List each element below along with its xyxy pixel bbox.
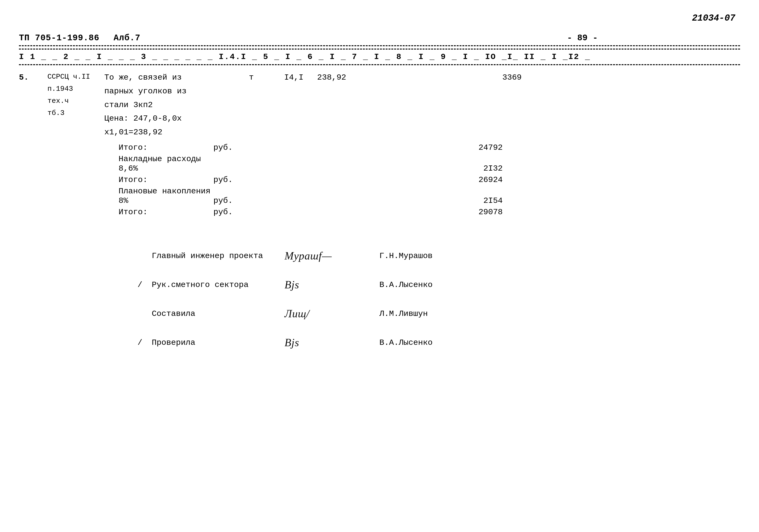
- row-label-itogo-3: Итого:: [19, 208, 214, 216]
- sig-name-1: В.А.Лысенко: [380, 277, 432, 293]
- row-label-nakladnye-pct: 8,6%: [19, 164, 214, 173]
- sub-rows: Итого: руб. 24792 Накладные расходы 8,6%…: [19, 143, 740, 216]
- signatures-section: Главный инженер проекта Мурашf— Г.Н.Мура…: [138, 245, 740, 354]
- sig-title-1: Рук.сметного сектора: [152, 277, 285, 293]
- row-unit-planovye: руб.: [214, 196, 247, 205]
- sig-row-0: Главный инженер проекта Мурашf— Г.Н.Мура…: [138, 245, 740, 267]
- sig-handwriting-1: Вjs: [285, 274, 375, 296]
- row-unit-2: руб.: [214, 175, 247, 184]
- sig-prefix-1: /: [138, 277, 152, 293]
- page-number: - 89 -: [567, 33, 598, 43]
- sig-handwriting-0: Мурашf—: [285, 245, 375, 267]
- price-col: 238,92: [303, 71, 351, 139]
- col-num-label: I 1 _ _ 2 _ _ I _ _ _ 3 _ _ _ _ _ _ I.4.…: [19, 52, 591, 61]
- sig-handwriting-2: Лищ/: [285, 303, 375, 324]
- row-total-1: 24792: [436, 143, 503, 152]
- row-nakladnye: Накладные расходы: [19, 155, 740, 164]
- alb-label: Алб.7: [114, 33, 140, 43]
- row-total-2: 26924: [436, 175, 503, 184]
- row-label-itogo-1: Итого:: [19, 143, 214, 152]
- sig-prefix-3: /: [138, 335, 152, 351]
- sig-name-2: Л.М.Лившун: [380, 306, 428, 322]
- column-numbers-row: I 1 _ _ 2 _ _ I _ _ _ 3 _ _ _ _ _ _ I.4.…: [19, 49, 740, 65]
- sig-title-2: Составила: [152, 306, 285, 322]
- sig-row-3: / Проверила Вjs В.А.Лысенко: [138, 332, 740, 354]
- content-area: 5. ССРСЦ ч.II п.1943 тех.ч тб.3 То же, с…: [19, 71, 740, 139]
- row-label-planovye: Плановые накопления: [19, 187, 214, 196]
- page: 21034-07 ТП 705-1-199.86 Алб.7 - 89 - I …: [0, 0, 759, 532]
- qty-col: I4,I: [265, 71, 303, 139]
- header-line: ТП 705-1-199.86 Алб.7 - 89 -: [19, 33, 740, 43]
- unit-col: т: [237, 71, 265, 139]
- sig-row-2: Составила Лищ/ Л.М.Лившун: [138, 303, 740, 324]
- row-nakladnye-2: 8,6% 2I32: [19, 164, 740, 173]
- row-label-itogo-2: Итого:: [19, 175, 214, 184]
- row-label-planovye-pct: 8%: [19, 196, 214, 205]
- document-number: 21034-07: [692, 13, 735, 23]
- row-total-planovye: 2I54: [436, 196, 503, 205]
- row-total-nakladnye: 2I32: [436, 164, 503, 173]
- description-col: То же, связей из парных уголков из стали…: [104, 71, 237, 139]
- sig-title-0: Главный инженер проекта: [152, 248, 285, 264]
- total-col: 3369: [455, 71, 522, 139]
- row-unit-1: руб.: [214, 143, 247, 152]
- sig-name-3: В.А.Лысенко: [380, 335, 432, 351]
- tp-label: ТП 705-1-199.86: [19, 33, 100, 43]
- sig-title-3: Проверила: [152, 335, 285, 351]
- empty-cols: [351, 71, 455, 139]
- sig-row-1: / Рук.сметного сектора Вjs В.А.Лысенко: [138, 274, 740, 296]
- row-itogo-2: Итого: руб. 26924: [19, 175, 740, 184]
- row-itogo-3: Итого: руб. 29078: [19, 208, 740, 216]
- row-total-3: 29078: [436, 208, 503, 216]
- row-label-nakladnye: Накладные расходы: [19, 155, 214, 164]
- section-number: 5.: [19, 71, 47, 139]
- row-planovye-2: 8% руб. 2I54: [19, 196, 740, 205]
- separator-line: [19, 45, 740, 46]
- row-planovye: Плановые накопления: [19, 187, 740, 196]
- sig-handwriting-3: Вjs: [285, 332, 375, 354]
- row-itogo-1: Итого: руб. 24792: [19, 143, 740, 152]
- sig-name-0: Г.Н.Мурашов: [380, 248, 432, 264]
- row-unit-3: руб.: [214, 208, 247, 216]
- ref-codes: ССРСЦ ч.II п.1943 тех.ч тб.3: [47, 71, 104, 139]
